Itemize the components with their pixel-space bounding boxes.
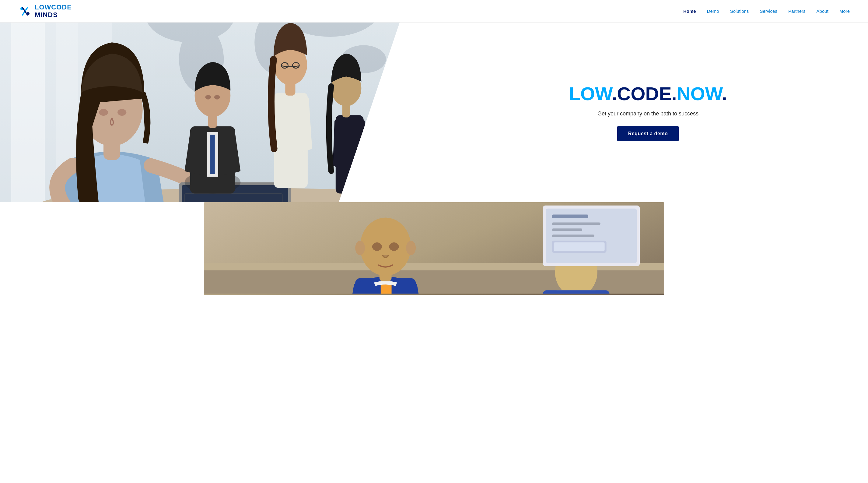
hero-image-panel xyxy=(0,23,503,202)
nav-partners[interactable]: Partners xyxy=(788,8,806,14)
logo[interactable]: LOWCODE MINDS xyxy=(18,4,72,18)
headline-dot3: . xyxy=(722,83,727,104)
section2-svg xyxy=(204,202,664,294)
svg-point-62 xyxy=(389,242,399,251)
headline-code: CODE xyxy=(617,83,672,104)
logo-minds: MINDS xyxy=(35,11,72,19)
svg-point-24 xyxy=(118,109,126,116)
nav-services[interactable]: Services xyxy=(760,8,777,14)
nav-demo[interactable]: Demo xyxy=(707,8,719,14)
svg-point-36 xyxy=(206,95,211,99)
section2-image xyxy=(204,202,664,295)
svg-point-61 xyxy=(372,242,382,251)
headline-dot2: . xyxy=(672,83,677,104)
section2 xyxy=(0,202,868,295)
svg-point-23 xyxy=(99,109,108,116)
nav-about[interactable]: About xyxy=(816,8,829,14)
headline-dot1: . xyxy=(612,83,617,104)
logo-icon xyxy=(18,5,32,18)
headline-low: LOW xyxy=(569,83,612,104)
hero-subtext: Get your company on the path to success xyxy=(597,111,699,117)
svg-rect-73 xyxy=(554,242,605,251)
svg-rect-5 xyxy=(11,23,45,202)
logo-lowcode: LOWCODE xyxy=(35,4,72,11)
nav-home[interactable]: Home xyxy=(683,8,696,14)
hero-headline: LOW.CODE.NOW. xyxy=(569,84,727,104)
svg-rect-65 xyxy=(543,290,610,294)
svg-rect-33 xyxy=(210,135,215,174)
main-nav: Home Demo Solutions Services Partners Ab… xyxy=(683,8,850,14)
nav-more[interactable]: More xyxy=(839,8,850,14)
svg-rect-68 xyxy=(552,215,588,218)
headline-now: NOW xyxy=(677,83,722,104)
hero-section: LOW.CODE.NOW. Get your company on the pa… xyxy=(0,23,868,202)
svg-point-60 xyxy=(406,241,416,255)
hero-scene-svg xyxy=(0,23,503,202)
svg-rect-71 xyxy=(552,235,594,237)
hero-content: LOW.CODE.NOW. Get your company on the pa… xyxy=(434,23,868,202)
site-header: LOWCODE MINDS Home Demo Solutions Servic… xyxy=(0,0,868,23)
svg-point-59 xyxy=(355,241,365,255)
logo-text: LOWCODE MINDS xyxy=(35,4,72,18)
request-demo-button[interactable]: Request a demo xyxy=(617,126,679,141)
nav-solutions[interactable]: Solutions xyxy=(730,8,749,14)
svg-rect-56 xyxy=(381,284,392,294)
svg-point-37 xyxy=(214,95,220,99)
svg-rect-70 xyxy=(552,229,582,231)
svg-rect-69 xyxy=(552,222,600,225)
